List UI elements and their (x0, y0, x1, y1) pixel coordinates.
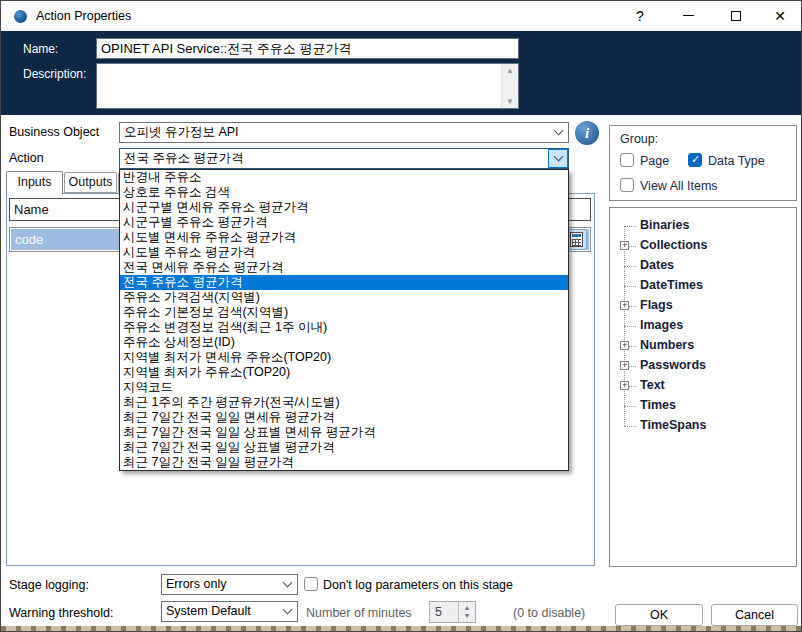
dropdown-item[interactable]: 시군구별 주유소 평균가격 (120, 215, 568, 230)
dialog-header: Name: OPINET API Service::전국 주유소 평균가격 De… (1, 31, 801, 115)
tree-item-dates[interactable]: Dates (610, 256, 796, 276)
tree-connector-stub (624, 286, 636, 287)
dropdown-item[interactable]: 주유소 기본정보 검색(지역별) (120, 305, 568, 320)
dropdown-item[interactable]: 상호로 주유소 검색 (120, 185, 568, 200)
minutes-label: Number of minutes (306, 606, 412, 620)
view-all-items-checkbox-label[interactable]: View All Items (640, 179, 718, 193)
close-button[interactable]: ✕ (761, 1, 799, 30)
minimize-button[interactable] (669, 1, 707, 30)
tree-item-label: Times (640, 398, 676, 412)
tree-item-label: Flags (640, 298, 673, 312)
data-type-checkbox[interactable] (688, 153, 702, 167)
dropdown-item[interactable]: 최근 7일간 전국 일일 상표별 평균가격 (120, 440, 568, 455)
dropdown-item[interactable]: 전국 주유소 평균가격 (120, 275, 568, 290)
minutes-spinner[interactable]: 5 ▲ ▼ (429, 601, 476, 623)
description-label: Description: (23, 67, 86, 81)
dropdown-item[interactable]: 주유소 상세정보(ID) (120, 335, 568, 350)
tree-item-images[interactable]: Images (610, 316, 796, 336)
dropdown-item[interactable]: 전국 면세유 주유소 평균가격 (120, 260, 568, 275)
cancel-button[interactable]: Cancel (711, 604, 798, 626)
window-bottom-edge (1, 626, 801, 631)
view-all-items-checkbox[interactable] (620, 178, 634, 192)
business-object-label: Business Object (9, 125, 99, 139)
help-button[interactable]: ? (621, 1, 659, 30)
tree-item-passwords[interactable]: Passwords (610, 356, 796, 376)
chevron-down-icon[interactable] (548, 123, 568, 142)
tree-item-timespans[interactable]: TimeSpans (610, 416, 796, 436)
dropdown-item[interactable]: 지역코드 (120, 380, 568, 395)
dropdown-item[interactable]: 시군구별 면세유 주유소 평균가격 (120, 200, 568, 215)
tree-connector-stub (624, 226, 636, 227)
minimize-icon (683, 15, 694, 16)
tree-item-text[interactable]: Text (610, 376, 796, 396)
action-label: Action (9, 151, 44, 165)
tree-connector-stub (624, 406, 636, 407)
tree-connector-stub (624, 266, 636, 267)
scroll-up-icon[interactable]: ▲ (502, 66, 518, 75)
action-dropdown[interactable]: 반경내 주유소상호로 주유소 검색시군구별 면세유 주유소 평균가격시군구별 주… (119, 169, 569, 471)
page-checkbox-label[interactable]: Page (640, 154, 669, 168)
chevron-down-icon[interactable] (277, 602, 297, 621)
dropdown-item[interactable]: 주유소 변경정보 검색(최근 1주 이내) (120, 320, 568, 335)
stage-logging-value: Errors only (166, 577, 226, 591)
tree-item-flags[interactable]: Flags (610, 296, 796, 316)
tree-item-label: Numbers (640, 338, 694, 352)
warning-threshold-value: System Default (166, 604, 251, 618)
chevron-down-icon[interactable] (548, 149, 568, 168)
disable-hint: (0 to disable) (513, 606, 585, 620)
expand-plus-icon[interactable] (620, 341, 629, 350)
dropdown-item[interactable]: 최근 7일간 전국 일일 상표별 면세유 평균가격 (120, 425, 568, 440)
dropdown-item[interactable]: 최근 7일간 전국 일일 면세유 평균가격 (120, 410, 568, 425)
business-object-combo[interactable]: 오피넷 유가정보 API (119, 122, 569, 143)
dropdown-item[interactable]: 시도별 주유소 평균가격 (120, 245, 568, 260)
expand-plus-icon[interactable] (620, 241, 629, 250)
tree-item-numbers[interactable]: Numbers (610, 336, 796, 356)
maximize-button[interactable] (717, 1, 755, 30)
tree-item-label: Images (640, 318, 683, 332)
description-input[interactable]: ▲ ▼ (96, 63, 519, 109)
action-combo[interactable]: 전국 주유소 평균가격 (119, 148, 569, 169)
stage-logging-label: Stage logging: (9, 578, 89, 592)
tree-item-datetimes[interactable]: DateTimes (610, 276, 796, 296)
dropdown-item[interactable]: 최근 7일간 전국 일일 평균가격 (120, 455, 568, 470)
dropdown-item[interactable]: 시도별 면세유 주유소 평균가격 (120, 230, 568, 245)
spinner-down-icon[interactable]: ▼ (459, 611, 475, 621)
tab-inputs[interactable]: Inputs (6, 171, 63, 194)
dropdown-item[interactable]: 지역별 최저가 면세유 주유소(TOP20) (120, 350, 568, 365)
expression-editor-button[interactable] (566, 229, 587, 250)
action-properties-dialog: Action Properties ? ✕ Name: OPINET API S… (0, 0, 802, 632)
scroll-down-icon[interactable]: ▼ (502, 97, 518, 106)
tree-item-label: DateTimes (640, 278, 703, 292)
tab-outputs[interactable]: Outputs (64, 172, 117, 193)
dont-log-checkbox[interactable] (304, 577, 318, 591)
tree-item-label: Binaries (640, 218, 689, 232)
expand-plus-icon[interactable] (620, 361, 629, 370)
warning-threshold-combo[interactable]: System Default (161, 601, 298, 622)
description-scrollbar[interactable]: ▲ ▼ (501, 64, 518, 108)
page-checkbox[interactable] (620, 153, 634, 167)
dropdown-item[interactable]: 최근 1주의 주간 평균유가(전국/시도별) (120, 395, 568, 410)
dropdown-item[interactable]: 반경내 주유소 (120, 170, 568, 185)
action-value: 전국 주유소 평균가격 (124, 151, 243, 165)
info-icon[interactable]: i (575, 121, 599, 145)
tree-item-binaries[interactable]: Binaries (610, 216, 796, 236)
expand-plus-icon[interactable] (620, 381, 629, 390)
dropdown-item[interactable]: 지역별 최저가 주유소(TOP20) (120, 365, 568, 380)
chevron-down-icon[interactable] (277, 575, 297, 594)
tree-connector-stub (624, 426, 636, 427)
app-icon (14, 10, 27, 23)
tree-item-label: Passwords (640, 358, 706, 372)
tree-item-collections[interactable]: Collections (610, 236, 796, 256)
tree-item-label: Collections (640, 238, 707, 252)
data-type-checkbox-label[interactable]: Data Type (708, 154, 765, 168)
ok-button[interactable]: OK (615, 604, 703, 626)
expand-plus-icon[interactable] (620, 301, 629, 310)
name-input[interactable]: OPINET API Service::전국 주유소 평균가격 (96, 38, 519, 59)
dropdown-item[interactable]: 주유소 가격검색(지역별) (120, 290, 568, 305)
stage-logging-combo[interactable]: Errors only (161, 574, 298, 595)
dont-log-label: Don't log parameters on this stage (323, 578, 513, 592)
tree-item-times[interactable]: Times (610, 396, 796, 416)
warning-threshold-label: Warning threshold: (9, 606, 113, 620)
calculator-icon (570, 232, 583, 247)
data-type-tree: BinariesCollectionsDatesDateTimesFlagsIm… (609, 207, 797, 567)
